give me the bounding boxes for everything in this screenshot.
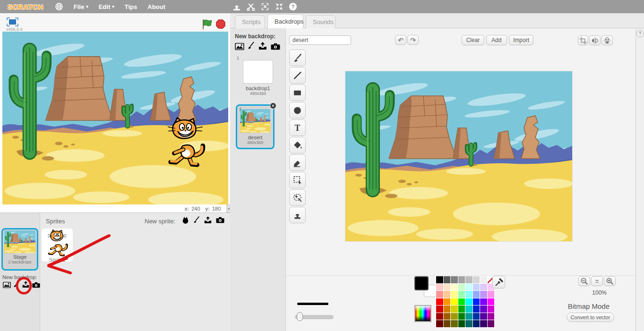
- palette-color[interactable]: [480, 298, 487, 306]
- stop-button[interactable]: [216, 19, 225, 30]
- palette-color[interactable]: [480, 320, 487, 327]
- palette-color[interactable]: [458, 306, 465, 313]
- palette-color[interactable]: [480, 276, 487, 283]
- menu-about[interactable]: About: [147, 3, 165, 10]
- palette-color[interactable]: [451, 276, 458, 283]
- palette-color[interactable]: [444, 320, 451, 327]
- redo-button[interactable]: ↷: [407, 35, 419, 45]
- backdrop-item-backdrop1[interactable]: 1 backdrop1 480x360: [236, 56, 280, 96]
- palette-color[interactable]: [451, 298, 458, 306]
- line-width-slider-knob[interactable]: [297, 312, 303, 321]
- menu-file[interactable]: File ▾: [74, 3, 88, 10]
- upload-backdrop-icon[interactable]: [258, 42, 267, 51]
- palette-color[interactable]: [451, 291, 458, 298]
- tab-sounds[interactable]: Sounds: [306, 15, 335, 28]
- eyedropper-icon[interactable]: [492, 276, 505, 289]
- palette-color[interactable]: [458, 320, 465, 327]
- palette-color[interactable]: [465, 313, 472, 320]
- menu-tips[interactable]: Tips: [125, 3, 137, 10]
- palette-color[interactable]: [480, 313, 487, 320]
- block-help-icon[interactable]: ?: [289, 3, 297, 10]
- palette-color[interactable]: [473, 313, 480, 320]
- palette-color[interactable]: [465, 298, 472, 306]
- palette-color[interactable]: [444, 298, 451, 306]
- palette-color[interactable]: [465, 306, 472, 313]
- palette-color[interactable]: [480, 306, 487, 313]
- zoom-reset-button[interactable]: =: [591, 276, 603, 286]
- palette-color[interactable]: [444, 306, 451, 313]
- costume-name-input[interactable]: [289, 35, 351, 45]
- camera-backdrop-icon[interactable]: [271, 43, 280, 51]
- duplicate-stamp-icon[interactable]: [232, 3, 241, 11]
- palette-color[interactable]: [480, 284, 487, 291]
- add-button[interactable]: Add: [486, 35, 507, 45]
- paint-new-backdrop-icon[interactable]: [248, 42, 255, 51]
- palette-color[interactable]: [436, 284, 443, 291]
- zoom-out-icon[interactable]: [578, 276, 590, 286]
- sprite-from-library-icon[interactable]: [181, 216, 189, 225]
- palette-color[interactable]: [458, 298, 465, 306]
- palette-color[interactable]: [451, 284, 458, 291]
- palette-color[interactable]: [436, 291, 443, 298]
- palette-color[interactable]: [444, 276, 451, 283]
- import-button[interactable]: Import: [509, 35, 533, 45]
- color-gradient-picker[interactable]: [414, 305, 431, 322]
- upload-backdrop-icon[interactable]: [22, 281, 30, 289]
- palette-color[interactable]: [488, 291, 495, 298]
- palette-color[interactable]: [465, 276, 472, 283]
- magic-wand-tool[interactable]: [289, 189, 306, 206]
- palette-color[interactable]: [458, 284, 465, 291]
- flip-horizontal-icon[interactable]: [589, 35, 601, 45]
- sprite-thumbnail-sprite1[interactable]: Sprite1: [42, 229, 73, 262]
- paint-new-backdrop-icon[interactable]: [13, 281, 19, 289]
- palette-color[interactable]: [444, 284, 451, 291]
- backdrop-from-library-icon[interactable]: [3, 282, 11, 289]
- zoom-in-icon[interactable]: [604, 276, 616, 286]
- select-tool[interactable]: [289, 172, 306, 188]
- stage[interactable]: [2, 32, 228, 204]
- palette-color[interactable]: [458, 276, 465, 283]
- palette-color[interactable]: [436, 320, 443, 327]
- crop-icon[interactable]: [578, 35, 588, 45]
- palette-color[interactable]: [444, 291, 451, 298]
- palette-color[interactable]: [473, 284, 480, 291]
- tab-backdrops-active[interactable]: Backdrops: [267, 14, 303, 28]
- clear-button[interactable]: Clear: [462, 35, 484, 45]
- palette-color[interactable]: [480, 291, 487, 298]
- palette-color[interactable]: [473, 291, 480, 298]
- flip-vertical-icon[interactable]: [601, 35, 613, 45]
- tab-scripts[interactable]: Scripts: [235, 15, 265, 28]
- camera-sprite-icon[interactable]: [216, 216, 224, 225]
- brush-tool[interactable]: [289, 50, 306, 66]
- palette-color[interactable]: [473, 320, 480, 327]
- palette-color[interactable]: [473, 306, 480, 313]
- scratch-logo[interactable]: SCRATCH: [8, 3, 43, 11]
- stage-thumbnail-selected[interactable]: Stage 2 backdrops: [1, 228, 38, 271]
- palette-color[interactable]: [436, 306, 443, 313]
- sprite-cat-on-stage[interactable]: [162, 117, 208, 168]
- ellipse-tool[interactable]: [289, 102, 306, 119]
- palette-color[interactable]: [488, 306, 495, 313]
- palette-color[interactable]: [451, 306, 458, 313]
- convert-to-vector-button[interactable]: Convert to vector: [567, 313, 614, 322]
- fill-tool[interactable]: [289, 137, 306, 153]
- foreground-color-swatch[interactable]: [414, 276, 429, 290]
- green-flag-button[interactable]: [202, 19, 213, 31]
- menu-edit[interactable]: Edit ▾: [99, 3, 114, 10]
- backdrop-item-desert-selected[interactable]: 2 × desert 480x360: [236, 104, 275, 149]
- stamp-tool[interactable]: [289, 207, 306, 223]
- palette-color[interactable]: [451, 320, 458, 327]
- palette-color[interactable]: [473, 276, 480, 283]
- line-tool[interactable]: [289, 67, 306, 84]
- palette-color[interactable]: [473, 298, 480, 306]
- palette-color[interactable]: [451, 313, 458, 320]
- undo-button[interactable]: ↶: [395, 35, 406, 45]
- palette-color[interactable]: [465, 291, 472, 298]
- eraser-tool[interactable]: [289, 154, 306, 171]
- backdrop-from-library-icon[interactable]: [235, 43, 244, 51]
- rectangle-tool[interactable]: [289, 85, 306, 101]
- delete-backdrop-icon[interactable]: ×: [270, 102, 276, 109]
- palette-color[interactable]: [488, 313, 495, 320]
- delete-scissors-icon[interactable]: [247, 3, 255, 11]
- palette-color[interactable]: [458, 313, 465, 320]
